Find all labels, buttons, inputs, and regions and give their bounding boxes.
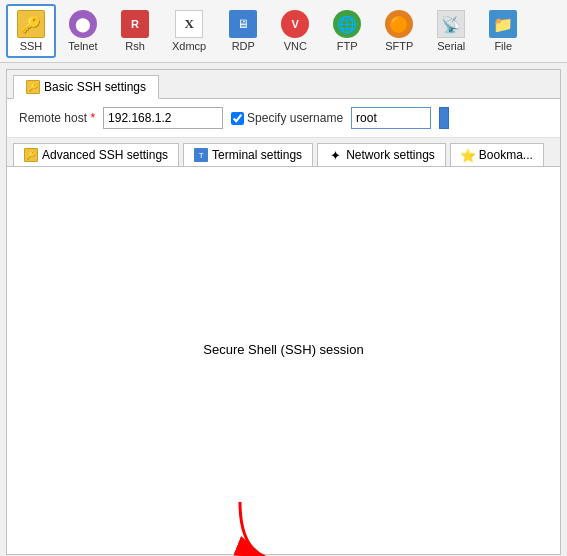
required-asterisk: * xyxy=(90,111,95,125)
bookmark-tab-icon: ⭐ xyxy=(461,148,475,162)
xdmcp-icon: X xyxy=(175,10,203,38)
specify-username-label: Specify username xyxy=(231,111,343,125)
toolbar-item-telnet[interactable]: ⬤ Telnet xyxy=(58,4,108,58)
remote-host-label: Remote host * xyxy=(19,111,95,125)
terminal-tab-label: Terminal settings xyxy=(212,148,302,162)
toolbar-label-ftp: FTP xyxy=(337,40,358,52)
toolbar-label-file: File xyxy=(494,40,512,52)
tab-network-settings[interactable]: ✦ Network settings xyxy=(317,143,446,167)
ssh-icon: 🔑 xyxy=(17,10,45,38)
toolbar-label-ssh: SSH xyxy=(20,40,43,52)
session-area: Secure Shell (SSH) session xyxy=(7,167,560,532)
basic-ssh-tab-label: Basic SSH settings xyxy=(44,80,146,94)
toolbar-item-vnc[interactable]: V VNC xyxy=(270,4,320,58)
tab-terminal-settings[interactable]: T Terminal settings xyxy=(183,143,313,167)
ftp-icon: 🌐 xyxy=(333,10,361,38)
remote-host-input[interactable] xyxy=(103,107,223,129)
rsh-icon: R xyxy=(121,10,149,38)
advanced-ssh-tab-icon: 🔑 xyxy=(24,148,38,162)
toolbar-label-serial: Serial xyxy=(437,40,465,52)
toolbar-item-xdmcp[interactable]: X Xdmcp xyxy=(162,4,216,58)
toolbar-label-sftp: SFTP xyxy=(385,40,413,52)
username-field-overflow xyxy=(439,107,449,129)
tab-bookmarks[interactable]: ⭐ Bookma... xyxy=(450,143,544,167)
toolbar-label-rdp: RDP xyxy=(232,40,255,52)
username-input[interactable] xyxy=(351,107,431,129)
serial-icon: 📡 xyxy=(437,10,465,38)
lower-tab-bar: 🔑 Advanced SSH settings T Terminal setti… xyxy=(7,138,560,167)
toolbar: 🔑 SSH ⬤ Telnet R Rsh X Xdmcp 🖥 RDP V VNC… xyxy=(0,0,567,63)
toolbar-item-ssh[interactable]: 🔑 SSH xyxy=(6,4,56,58)
network-tab-icon: ✦ xyxy=(328,148,342,162)
toolbar-item-file[interactable]: 📁 File xyxy=(478,4,528,58)
file-icon: 📁 xyxy=(489,10,517,38)
basic-ssh-tab-icon: 🔑 xyxy=(26,80,40,94)
toolbar-label-telnet: Telnet xyxy=(68,40,97,52)
toolbar-item-serial[interactable]: 📡 Serial xyxy=(426,4,476,58)
bookmark-tab-label: Bookma... xyxy=(479,148,533,162)
telnet-icon: ⬤ xyxy=(69,10,97,38)
toolbar-item-rdp[interactable]: 🖥 RDP xyxy=(218,4,268,58)
vnc-icon: V xyxy=(281,10,309,38)
specify-username-checkbox[interactable] xyxy=(231,112,244,125)
toolbar-label-xdmcp: Xdmcp xyxy=(172,40,206,52)
tab-advanced-ssh[interactable]: 🔑 Advanced SSH settings xyxy=(13,143,179,167)
sftp-icon: 🟠 xyxy=(385,10,413,38)
toolbar-item-rsh[interactable]: R Rsh xyxy=(110,4,160,58)
terminal-tab-icon: T xyxy=(194,148,208,162)
toolbar-item-sftp[interactable]: 🟠 SFTP xyxy=(374,4,424,58)
toolbar-item-ftp[interactable]: 🌐 FTP xyxy=(322,4,372,58)
main-content: 🔑 Basic SSH settings Remote host * Speci… xyxy=(6,69,561,555)
toolbar-label-rsh: Rsh xyxy=(125,40,145,52)
toolbar-label-vnc: VNC xyxy=(284,40,307,52)
rdp-icon: 🖥 xyxy=(229,10,257,38)
remote-host-row: Remote host * Specify username xyxy=(7,99,560,138)
advanced-ssh-tab-label: Advanced SSH settings xyxy=(42,148,168,162)
network-tab-label: Network settings xyxy=(346,148,435,162)
basic-settings-tab-bar: 🔑 Basic SSH settings xyxy=(7,70,560,99)
session-text: Secure Shell (SSH) session xyxy=(203,342,363,357)
basic-ssh-tab[interactable]: 🔑 Basic SSH settings xyxy=(13,75,159,99)
lower-section: 🔑 Advanced SSH settings T Terminal setti… xyxy=(7,138,560,532)
